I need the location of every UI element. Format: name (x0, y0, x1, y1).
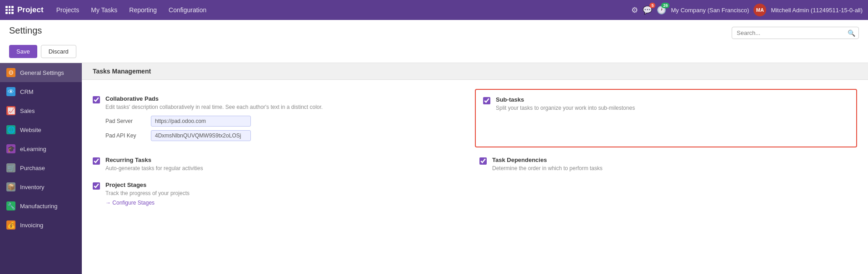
settings-grid-bottom: Recurring Tasks Auto-generate tasks for … (82, 157, 868, 181)
sidebar-label-inventory: Inventory (20, 184, 44, 191)
main-layout: ⚙ General Settings 👁 CRM 📈 Sales 🌐 Websi… (0, 63, 868, 274)
sidebar-item-crm[interactable]: 👁 CRM (0, 82, 82, 101)
user-name: Mitchell Admin (11249511-15-0-all) (771, 7, 863, 14)
sub-tasks-checkbox[interactable] (483, 97, 490, 104)
activity-icon-btn[interactable]: 🕐 26 (657, 5, 666, 15)
sidebar-item-sales[interactable]: 📈 Sales (0, 101, 82, 120)
sidebar-label-crm: CRM (20, 88, 34, 95)
nav-reporting[interactable]: Reporting (124, 4, 162, 16)
top-menu: Projects My Tasks Reporting Configuratio… (51, 4, 628, 16)
search-icon: 🔍 (848, 29, 855, 37)
sidebar-label-invoicing: Invoicing (20, 222, 43, 229)
setting-task-dependencies: Task Dependencies Determine the order in… (479, 157, 857, 172)
app-title: Project (17, 5, 44, 15)
sales-icon: 📈 (6, 106, 15, 115)
elearning-icon: 🎓 (6, 144, 15, 153)
recurring-tasks-desc: Auto-generate tasks for regular activiti… (105, 165, 203, 172)
pad-server-label: Pad Server (105, 118, 146, 124)
sidebar-label-purchase: Purchase (20, 165, 45, 171)
sidebar-item-invoicing[interactable]: 💰 Invoicing (0, 215, 82, 235)
configure-stages-link[interactable]: → Configure Stages (105, 200, 155, 206)
settings-icon-btn[interactable]: ⚙ (631, 5, 638, 15)
setting-project-stages: Project Stages Track the progress of you… (93, 181, 857, 206)
collaborative-pads-checkbox[interactable] (93, 96, 100, 103)
topnav-right: ⚙ 💬 5 🕐 26 My Company (San Francisco) MA… (631, 4, 863, 16)
nav-my-tasks[interactable]: My Tasks (85, 4, 123, 16)
save-button[interactable]: Save (9, 45, 37, 58)
settings-content: Tasks Management Collaborative Pads Edit… (82, 63, 868, 274)
nav-projects[interactable]: Projects (51, 4, 85, 16)
pad-api-key-label: Pad API Key (105, 132, 146, 139)
collaborative-pads-label: Collaborative Pads (105, 95, 323, 102)
sidebar-label-sales: Sales (20, 108, 35, 114)
pad-server-row: Pad Server (105, 116, 323, 127)
project-stages-label: Project Stages (105, 181, 190, 188)
page-title: Settings (9, 25, 42, 36)
messages-icon-btn[interactable]: 💬 5 (643, 5, 652, 15)
pad-server-input[interactable] (151, 116, 251, 127)
company-name: My Company (San Francisco) (671, 7, 749, 14)
settings-grid-top: Collaborative Pads Edit tasks' descripti… (82, 80, 868, 157)
sidebar-item-inventory[interactable]: 📦 Inventory (0, 177, 82, 196)
manufacturing-icon: 🔧 (6, 201, 15, 210)
sub-tasks-info: Sub-tasks Split your tasks to organize y… (496, 96, 635, 112)
collaborative-pads-desc: Edit tasks' description collaboratively … (105, 103, 323, 111)
task-dependencies-info: Task Dependencies Determine the order in… (492, 157, 603, 172)
sidebar-label-general: General Settings (20, 69, 64, 76)
sidebar-item-website[interactable]: 🌐 Website (0, 120, 82, 139)
pad-api-key-input[interactable] (151, 130, 251, 141)
search-input[interactable] (732, 27, 859, 39)
setting-collaborative-pads: Collaborative Pads Edit tasks' descripti… (93, 89, 475, 147)
discard-button[interactable]: Discard (41, 45, 76, 58)
pad-api-key-row: Pad API Key (105, 130, 323, 141)
task-dependencies-checkbox[interactable] (479, 157, 487, 165)
recurring-tasks-checkbox[interactable] (93, 157, 100, 165)
task-dependencies-label: Task Dependencies (492, 157, 603, 163)
top-navigation: Project Projects My Tasks Reporting Conf… (0, 0, 868, 20)
sidebar: ⚙ General Settings 👁 CRM 📈 Sales 🌐 Websi… (0, 63, 82, 274)
sidebar-label-manufacturing: Manufacturing (20, 203, 57, 210)
grid-icon (5, 6, 14, 14)
invoicing-icon: 💰 (6, 220, 15, 230)
project-stages-desc: Track the progress of your projects (105, 190, 190, 197)
setting-recurring-tasks: Recurring Tasks Auto-generate tasks for … (93, 157, 470, 172)
search-wrapper: 🔍 (732, 27, 859, 39)
sidebar-item-elearning[interactable]: 🎓 eLearning (0, 139, 82, 158)
user-avatar[interactable]: MA (753, 4, 766, 16)
website-icon: 🌐 (6, 125, 15, 134)
nav-configuration[interactable]: Configuration (163, 4, 212, 16)
sub-tasks-label: Sub-tasks (496, 96, 635, 103)
recurring-tasks-label: Recurring Tasks (105, 157, 203, 163)
sidebar-item-general[interactable]: ⚙ General Settings (0, 63, 82, 82)
sub-tasks-desc: Split your tasks to organize your work i… (496, 104, 635, 112)
activity-badge: 26 (661, 3, 669, 8)
action-buttons: Save Discard (9, 40, 859, 63)
crm-icon: 👁 (6, 87, 15, 96)
gear-icon: ⚙ (6, 68, 15, 77)
setting-sub-tasks: Sub-tasks Split your tasks to organize y… (475, 89, 857, 147)
sidebar-label-elearning: eLearning (20, 146, 46, 152)
sidebar-label-website: Website (20, 127, 41, 133)
messages-badge: 5 (649, 3, 655, 8)
tasks-management-title: Tasks Management (82, 63, 868, 80)
collaborative-pads-info: Collaborative Pads Edit tasks' descripti… (105, 95, 323, 141)
settings-header-row: Settings 🔍 (9, 25, 859, 40)
project-stages-info: Project Stages Track the progress of you… (105, 181, 190, 206)
sidebar-item-manufacturing[interactable]: 🔧 Manufacturing (0, 196, 82, 215)
app-logo[interactable]: Project (5, 5, 44, 15)
purchase-icon: 🛒 (6, 163, 15, 172)
project-stages-checkbox[interactable] (93, 182, 100, 190)
recurring-tasks-info: Recurring Tasks Auto-generate tasks for … (105, 157, 203, 172)
task-dependencies-desc: Determine the order in which to perform … (492, 165, 603, 172)
pad-fields: Pad Server Pad API Key (105, 116, 323, 141)
setting-project-stages-row: Project Stages Track the progress of you… (82, 181, 868, 215)
sidebar-item-purchase[interactable]: 🛒 Purchase (0, 158, 82, 177)
settings-header: Settings 🔍 Save Discard (0, 20, 868, 63)
inventory-icon: 📦 (6, 182, 15, 191)
